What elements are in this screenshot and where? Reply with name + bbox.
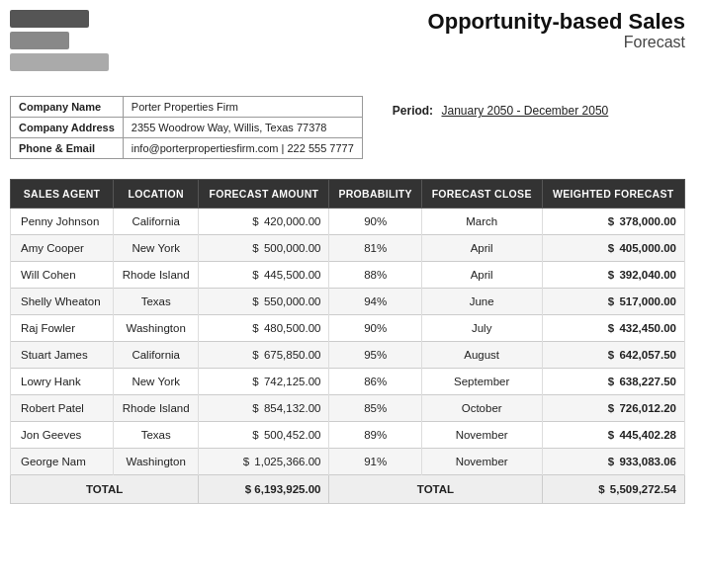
total-amount: $ 6,193,925.00 [199,475,329,504]
probability-cell: 95% [329,342,421,369]
table-row: Raj FowlerWashington$ 480,500.0090%July$… [11,315,685,342]
close-cell: July [421,315,542,342]
company-field-label: Company Name [11,97,124,118]
close-cell: November [421,422,542,449]
total-label2: TOTAL [329,475,542,504]
table-row: Penny JohnsonCalifornia$ 420,000.0090%Ma… [11,209,685,235]
close-cell: June [421,289,542,315]
probability-cell: 81% [329,235,421,262]
company-field-label: Company Address [11,118,124,138]
probability-cell: 90% [329,315,421,342]
weighted-cell: $ 392,040.00 [542,262,684,289]
probability-cell: 86% [329,369,421,395]
report-title-area: Opportunity-based Sales Forecast [428,0,705,51]
company-row: Company NamePorter Properties Firm [11,97,363,118]
amount-cell: $ 420,000.00 [199,209,329,235]
agent-cell: Lowry Hank [11,369,114,395]
agent-cell: Penny Johnson [11,209,114,235]
probability-cell: 88% [329,262,421,289]
weighted-cell: $ 642,057.50 [542,342,684,369]
logo-bar-1 [10,10,89,28]
close-cell: October [421,395,542,422]
period-value: January 2050 - December 2050 [441,104,608,118]
amount-cell: $ 445,500.00 [199,262,329,289]
table-header-row: SALES AGENTLOCATIONFORECAST AMOUNTPROBAB… [11,180,685,209]
report-subtitle: Forecast [428,34,685,51]
close-cell: April [421,235,542,262]
report-title: Opportunity-based Sales [428,10,685,34]
agent-cell: Robert Patel [11,395,114,422]
logo-bar-2 [10,32,69,49]
weighted-cell: $ 432,450.00 [542,315,684,342]
close-cell: August [421,342,542,369]
col-header-amount: FORECAST AMOUNT [199,180,329,209]
location-cell: New York [114,369,199,395]
table-row: Robert PatelRhode Island$ 854,132.0085%O… [11,395,685,422]
logo-area [0,0,109,71]
probability-cell: 85% [329,395,421,422]
period-label: Period: [393,104,433,118]
location-cell: Washington [114,315,199,342]
company-field-value: Porter Properties Firm [123,97,362,118]
table-row: Shelly WheatonTexas$ 550,000.0094%June$ … [11,289,685,315]
company-row: Company Address2355 Woodrow Way, Willis,… [11,118,363,138]
col-header-agent: SALES AGENT [11,180,114,209]
agent-cell: Stuart James [11,342,114,369]
close-cell: April [421,262,542,289]
period-info: Period: January 2050 - December 2050 [393,96,608,118]
weighted-cell: $ 378,000.00 [542,209,684,235]
company-field-value: info@porterpropertiesfirm.com | 222 555 … [123,138,362,159]
amount-cell: $ 742,125.00 [199,369,329,395]
close-cell: March [421,209,542,235]
agent-cell: Raj Fowler [11,315,114,342]
agent-cell: Jon Geeves [11,422,114,449]
close-cell: November [421,449,542,475]
location-cell: California [114,209,199,235]
weighted-cell: $ 638,227.50 [542,369,684,395]
agent-cell: Shelly Wheaton [11,289,114,315]
agent-cell: Amy Cooper [11,235,114,262]
company-section: Company NamePorter Properties FirmCompan… [0,81,705,169]
footer-row: TOTAL$ 6,193,925.00TOTAL$ 5,509,272.54 [11,475,685,504]
table-row: Stuart JamesCalifornia$ 675,850.0095%Aug… [11,342,685,369]
amount-cell: $ 480,500.00 [199,315,329,342]
location-cell: Rhode Island [114,262,199,289]
weighted-cell: $ 726,012.20 [542,395,684,422]
location-cell: New York [114,235,199,262]
header: Opportunity-based Sales Forecast [0,0,705,81]
table-row: George NamWashington$ 1,025,366.0091%Nov… [11,449,685,475]
weighted-cell: $ 517,000.00 [542,289,684,315]
table-row: Jon GeevesTexas$ 500,452.0089%November$ … [11,422,685,449]
col-header-location: LOCATION [114,180,199,209]
company-field-label: Phone & Email [11,138,124,159]
page: Opportunity-based Sales Forecast Company… [0,0,705,524]
total-weighted: $ 5,509,272.54 [542,475,684,504]
table-row: Amy CooperNew York$ 500,000.0081%April$ … [11,235,685,262]
weighted-cell: $ 445,402.28 [542,422,684,449]
location-cell: Texas [114,422,199,449]
company-field-value: 2355 Woodrow Way, Willis, Texas 77378 [123,118,362,138]
table-row: Lowry HankNew York$ 742,125.0086%Septemb… [11,369,685,395]
probability-cell: 89% [329,422,421,449]
amount-cell: $ 675,850.00 [199,342,329,369]
amount-cell: $ 500,000.00 [199,235,329,262]
location-cell: California [114,342,199,369]
col-header-weighted: WEIGHTED FORECAST [542,180,684,209]
location-cell: Washington [114,449,199,475]
agent-cell: George Nam [11,449,114,475]
location-cell: Rhode Island [114,395,199,422]
agent-cell: Will Cohen [11,262,114,289]
amount-cell: $ 500,452.00 [199,422,329,449]
forecast-table: SALES AGENTLOCATIONFORECAST AMOUNTPROBAB… [10,179,685,504]
total-label: TOTAL [11,475,199,504]
probability-cell: 90% [329,209,421,235]
company-row: Phone & Emailinfo@porterpropertiesfirm.c… [11,138,363,159]
weighted-cell: $ 933,083.06 [542,449,684,475]
logo-bar-3 [10,53,109,71]
weighted-cell: $ 405,000.00 [542,235,684,262]
company-info-table: Company NamePorter Properties FirmCompan… [10,96,363,159]
col-header-close: FORECAST CLOSE [421,180,542,209]
data-table-wrapper: SALES AGENTLOCATIONFORECAST AMOUNTPROBAB… [0,169,705,524]
amount-cell: $ 854,132.00 [199,395,329,422]
amount-cell: $ 1,025,366.00 [199,449,329,475]
